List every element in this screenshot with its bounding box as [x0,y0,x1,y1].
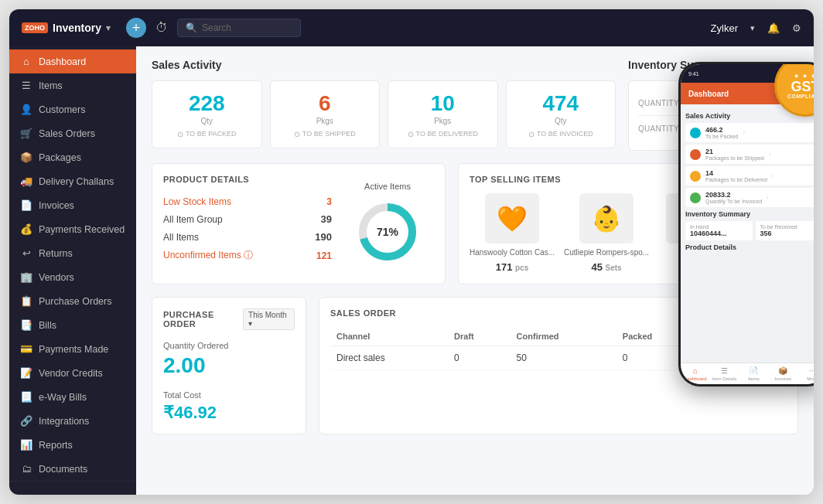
user-name[interactable]: Zylker [711,22,738,34]
sidebar-item-payments-received[interactable]: 💰Payments Received [9,217,136,241]
donut-percentage: 71% [377,226,398,238]
sidebar-icon-13: 📝 [20,367,32,379]
total-cost-label: Total Cost [163,390,295,400]
product-details-card: PRODUCT DETAILS Low Stock Items 3 All It… [152,163,446,284]
sidebar-icon-6: 📄 [20,199,32,211]
sidebar-item-vendor-credits[interactable]: 📝Vendor Credits [9,361,136,385]
mobile-tab-1[interactable]: ☰Item Details [710,366,739,381]
pd-row-0: Low Stock Items 3 [163,193,332,210]
search-bar[interactable]: 🔍 Search [177,19,301,37]
sidebar-label-8: Returns [39,248,73,259]
pd-label-2: All Items [163,232,199,243]
sidebar-icon-1: ☰ [20,80,32,91]
gst-sub: COMPLIANT [787,94,814,99]
sidebar-item-invoices[interactable]: 📄Invoices [9,193,136,217]
sidebar-label-9: Vendors [39,272,74,283]
sidebar-item-payments-made[interactable]: 💳Payments Made [9,337,136,361]
sidebar-label-15: Integrations [39,416,89,427]
mobile-tab-label-3: Invoices [774,376,791,381]
sidebar-item-purchase-orders[interactable]: 📋Purchase Orders [9,289,136,313]
sidebar-icon-15: 🔗 [20,415,32,427]
sidebar-item-reports[interactable]: 📊Reports [9,433,136,457]
sidebar-label-13: Vendor Credits [39,368,103,379]
sidebar-item-integrations[interactable]: 🔗Integrations [9,409,136,433]
so-col-1: Draft [448,327,511,346]
pd-row-3: Unconfirmed Items ⓘ 121 [163,246,332,265]
ts-qty-1: 45 Sets [591,261,621,273]
mobile-chevron-3: › [767,194,769,201]
mobile-tab-icon-0: ⌂ [693,366,698,375]
pd-row-1: All Item Group 39 [163,210,332,228]
mobile-act-val-0: 466.2 [705,126,738,134]
settings-icon[interactable]: ⚙ [792,22,801,34]
mobile-act-label-3: Quantity To be Invoiced [705,199,762,204]
ts-item-0: 🧡 Hanswooly Cotton Cas... 171 pcs [470,193,555,273]
ts-img-0: 🧡 [485,193,539,243]
sales-card-unit-2: Pkgs [398,117,488,125]
product-details-right: Active Items 71% [341,175,434,273]
content-area: Sales Activity 228 Qty ⊙ TO BE PACKED 6 … [136,46,814,495]
pd-label-0: Low Stock Items [163,196,231,207]
sales-card-label-0: ⊙ TO BE PACKED [162,130,252,138]
history-button[interactable]: ⏱ [155,21,168,35]
pd-val-3: 121 [316,250,332,261]
gst-text: GST [791,80,814,94]
mobile-tab-0[interactable]: ⌂Dashboard [681,366,710,381]
mobile-tab-4[interactable]: ···More [797,366,814,381]
sidebar-icon-14: 📃 [20,391,32,403]
logo-area: ZOHO Inventory ▾ [22,22,111,34]
sidebar-item-documents[interactable]: 🗂Documents [9,457,136,481]
mobile-tab-icon-3: 📦 [778,366,787,375]
total-cost-value: ₹46.92 [163,403,295,423]
so-col-0: Channel [330,327,448,346]
mobile-tab-3[interactable]: 📦Invoices [768,366,797,381]
mobile-act-label-0: To be Packed [705,134,738,139]
mobile-content: Sales Activity 466.2 To be Packed › 21 P… [681,104,814,363]
add-button[interactable]: + [126,18,146,38]
app-title: Inventory [53,22,101,34]
sidebar-label-0: Dashboard [39,56,86,67]
add-icon: + [132,20,141,36]
sales-card-0: 228 Qty ⊙ TO BE PACKED [152,80,262,148]
search-icon: 🔍 [186,22,197,33]
mobile-act-val-3: 20833.2 [705,191,762,199]
sidebar-item-sales-orders[interactable]: 🛒Sales Orders [9,121,136,145]
sidebar-collapse-button[interactable]: ‹ [9,488,136,495]
sidebar-icon-5: 🚚 [20,175,32,187]
sidebar-item-returns[interactable]: ↩Returns [9,241,136,265]
sidebar-item-bills[interactable]: 📑Bills [9,313,136,337]
sidebar-item-e-way-bills[interactable]: 📃e-Way Bills [9,385,136,409]
sales-card-label-1: ⊙ TO BE SHIPPED [280,130,371,138]
sales-card-1: 6 Pkgs ⊙ TO BE SHIPPED [270,80,381,148]
purchase-order-filter[interactable]: This Month ▾ [243,308,295,330]
donut-chart: 71% [353,197,422,267]
sidebar-item-items[interactable]: ☰Items [9,73,136,97]
mobile-tab-label-4: More [807,376,814,381]
sidebar-icon-12: 💳 [20,343,32,355]
sidebar-label-10: Purchase Orders [39,296,111,307]
product-details-rows: Low Stock Items 3 All Item Group 39 All … [163,193,332,265]
purchase-order-card: PURCHASE ORDER This Month ▾ Quantity Ord… [152,297,306,434]
ts-item-1: 👶 Cutliepie Rompers-spo... 45 Sets [564,193,649,273]
mobile-chevron-0: › [743,129,745,136]
sidebar-label-17: Documents [39,464,87,475]
mobile-tab-icon-4: ··· [809,366,814,375]
pd-row-2: All Items 190 [163,228,332,246]
notification-icon[interactable]: 🔔 [767,22,780,34]
sidebar-item-vendors[interactable]: 🏢Vendors [9,265,136,289]
sidebar-label-2: Customers [39,104,85,115]
sidebar-icon-17: 🗂 [20,463,32,475]
sidebar-icon-3: 🛒 [20,128,32,139]
mobile-tab-2[interactable]: 📄Items [739,366,769,381]
sales-card-3: 474 Qty ⊙ TO BE INVOICED [506,80,616,148]
sidebar-item-packages[interactable]: 📦Packages [9,145,136,169]
sales-card-label-3: ⊙ TO BE INVOICED [516,130,606,138]
app-dropdown-icon[interactable]: ▾ [106,23,111,33]
sidebar-item-customers[interactable]: 👤Customers [9,97,136,121]
ts-qty-0: 171 pcs [496,261,529,273]
mobile-tab-label-0: Dashboard [684,376,706,381]
sidebar-item-delivery-challans[interactable]: 🚚Delivery Challans [9,169,136,193]
so-cell-0-0: Direct sales [330,346,448,370]
sidebar-item-dashboard[interactable]: ⌂Dashboard [9,49,136,73]
user-dropdown-icon[interactable]: ▾ [750,23,755,33]
